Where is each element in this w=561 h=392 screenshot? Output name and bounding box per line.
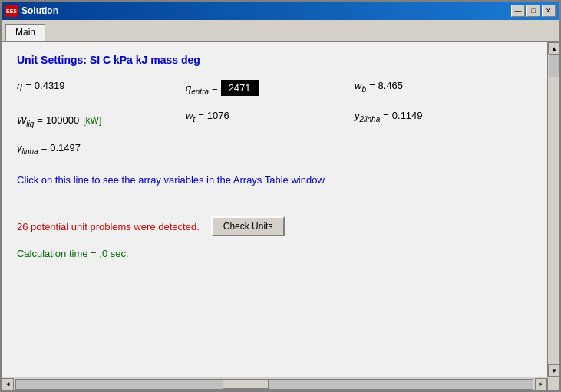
calc-time: Calculation time = ,0 sec.	[17, 248, 532, 259]
window-body: Unit Settings: SI C kPa kJ mass deg η = …	[2, 42, 559, 377]
var-eta-name: η	[17, 80, 22, 91]
var-y2linha-equals: =	[383, 110, 389, 121]
window-title: Solution	[21, 5, 58, 16]
scroll-left-button[interactable]: ◄	[2, 378, 14, 390]
var-ylinha-name: ylinha	[17, 142, 38, 156]
title-bar-left: EES Solution	[5, 5, 58, 17]
close-button[interactable]: ✕	[542, 5, 556, 17]
var-eta: η = 0.4319	[17, 80, 186, 96]
vertical-scrollbar: ▲ ▼	[547, 42, 559, 377]
scroll-right-button[interactable]: ►	[535, 378, 547, 390]
var-qentra: qentra = 2471	[186, 80, 355, 96]
maximize-button[interactable]: □	[526, 5, 540, 17]
tab-bar: Main	[2, 20, 559, 42]
var-wt: wt = 1076	[186, 110, 355, 128]
scrollbar-corner	[547, 378, 559, 390]
var-wt-value: 1076	[207, 110, 229, 121]
unit-warning-row: 26 potential unit problems were detected…	[17, 216, 532, 236]
var-eta-value: 0.4319	[35, 80, 65, 91]
var-y2linha-name: y2linha	[355, 110, 380, 124]
main-window: EES Solution — □ ✕ Main Unit Settings: S…	[0, 0, 561, 392]
scroll-thumb[interactable]	[549, 54, 559, 77]
var-wdot-liq-equals: =	[37, 114, 43, 126]
var-wb-equals: =	[369, 80, 375, 91]
unit-settings: Unit Settings: SI C kPa kJ mass deg	[17, 54, 532, 66]
var-ylinha-equals: =	[41, 142, 48, 153]
var-ylinha-value: 0.1497	[50, 142, 81, 153]
var-qentra-equals: =	[212, 82, 218, 94]
var-y2linha: y2linha = 0.1149	[355, 110, 523, 128]
var-wdot-liq-unit: [kW]	[83, 115, 101, 126]
hscroll-track	[15, 379, 533, 390]
var-wdot-liq-value: 100000	[46, 114, 79, 126]
var-eta-equals: =	[25, 80, 31, 91]
scroll-up-button[interactable]: ▲	[548, 42, 559, 54]
var-wt-name: wt	[186, 110, 195, 124]
var-wdot-liq-name: ·Wliq	[17, 110, 34, 128]
scroll-track	[548, 54, 559, 364]
var-qentra-value: 2471	[221, 80, 259, 96]
title-bar: EES Solution — □ ✕	[2, 2, 559, 20]
var-wb-name: wb	[355, 80, 366, 94]
var-wb: wb = 8.465	[355, 80, 523, 96]
scroll-down-button[interactable]: ▼	[548, 364, 559, 377]
minimize-button[interactable]: —	[511, 5, 525, 17]
arrays-link[interactable]: Click on this line to see the array vari…	[17, 174, 532, 186]
var-qentra-name: qentra	[186, 82, 209, 96]
tab-main[interactable]: Main	[5, 24, 45, 41]
title-buttons: — □ ✕	[511, 5, 556, 17]
bottom-bar: ◄ ►	[2, 377, 559, 390]
var-wb-value: 8.465	[378, 80, 404, 91]
var-wt-equals: =	[198, 110, 204, 121]
content-area: Unit Settings: SI C kPa kJ mass deg η = …	[2, 42, 547, 377]
app-icon: EES	[5, 5, 18, 17]
horizontal-scrollbar: ◄ ►	[2, 378, 547, 390]
check-units-button[interactable]: Check Units	[211, 216, 285, 236]
var-ylinha: ylinha = 0.1497	[17, 142, 186, 156]
hscroll-thumb[interactable]	[223, 380, 269, 389]
unit-warning-text: 26 potential unit problems were detected…	[17, 221, 200, 232]
var-y2linha-value: 0.1149	[392, 110, 423, 121]
var-wdot-liq: ·Wliq = 100000 [kW]	[17, 110, 186, 128]
variables-grid: η = 0.4319 qentra = 2471 wb = 8.465	[17, 80, 532, 155]
